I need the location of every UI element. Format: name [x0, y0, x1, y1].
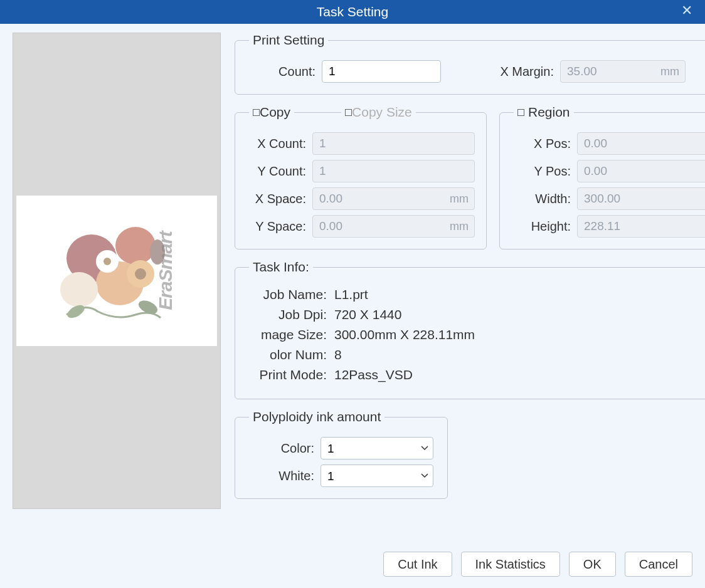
jobdpi-value: 720 X 1440: [334, 307, 401, 322]
count-label: Count:: [246, 65, 315, 79]
colornum-value: 8: [334, 347, 342, 362]
jobdpi-label: Job Dpi:: [246, 307, 327, 322]
ink-amount-legend: Polyploidy ink amount: [249, 409, 384, 424]
ok-button[interactable]: OK: [569, 552, 616, 577]
width-input: [577, 187, 705, 210]
titlebar: Task Setting ✕: [0, 0, 705, 24]
ink-white-select[interactable]: 1: [321, 465, 433, 487]
xmargin-label: X Margin:: [479, 65, 554, 79]
cut-ink-button[interactable]: Cut Ink: [383, 552, 452, 577]
region-legend: Region: [514, 105, 574, 120]
xspace-label: X Space:: [246, 192, 306, 206]
xcount-label: X Count:: [246, 137, 306, 151]
imagesize-label: mage Size:: [246, 327, 327, 342]
print-setting-legend: Print Setting: [249, 33, 328, 48]
cancel-button[interactable]: Cancel: [625, 552, 692, 577]
task-info-group: Task Info: Job Name: L1.prt Job Dpi: 720…: [235, 260, 705, 399]
yspace-unit: mm: [450, 220, 469, 233]
svg-point-1: [115, 227, 156, 265]
printmode-value: 12Pass_VSD: [334, 367, 413, 382]
ink-color-label: Color:: [246, 441, 314, 456]
xpos-label: X Pos:: [511, 137, 571, 151]
copy-legend: Copy Copy Size: [249, 105, 416, 120]
ink-statistics-button[interactable]: Ink Statistics: [461, 552, 560, 577]
ycount-label: Y Count:: [246, 164, 306, 179]
xcount-input: [312, 132, 475, 155]
colornum-label: olor Num:: [246, 347, 327, 362]
height-label: Height:: [511, 219, 571, 234]
ypos-label: Y Pos:: [511, 164, 571, 179]
ink-amount-group: Polyploidy ink amount Color: 1 White: 1: [235, 409, 448, 499]
svg-point-7: [135, 268, 146, 280]
region-checkbox[interactable]: [517, 109, 524, 116]
settings-panel: Print Setting Count: X Margin: mm Copy: [235, 33, 705, 532]
svg-point-3: [60, 272, 98, 307]
print-setting-group: Print Setting Count: X Margin: mm: [235, 33, 705, 95]
xmargin-unit: mm: [660, 65, 679, 78]
task-info-legend: Task Info:: [249, 260, 313, 275]
region-group: Region X Pos: mm Y Pos: mm: [499, 105, 705, 249]
preview-panel: EraSmart: [13, 33, 221, 509]
width-label: Width:: [511, 192, 571, 206]
copy-group: Copy Copy Size X Count: Y Count:: [235, 105, 487, 249]
copy-checkbox[interactable]: [253, 109, 260, 116]
svg-point-5: [103, 258, 111, 265]
ycount-input: [312, 160, 475, 182]
footer-buttons: Cut Ink Ink Statistics OK Cancel: [383, 552, 692, 577]
printmode-label: Print Mode:: [246, 367, 327, 382]
preview-image: EraSmart: [16, 196, 217, 346]
window-title: Task Setting: [317, 4, 388, 19]
height-input: [577, 215, 705, 238]
count-input[interactable]: [322, 60, 441, 83]
imagesize-value: 300.00mm X 228.11mm: [334, 327, 475, 342]
ypos-input: [577, 160, 705, 182]
close-icon[interactable]: ✕: [681, 3, 692, 19]
jobname-value: L1.prt: [334, 287, 368, 302]
xspace-unit: mm: [450, 192, 469, 206]
watermark-text: EraSmart: [154, 231, 176, 310]
content-area: EraSmart Print Setting Count: X Margin: …: [0, 24, 705, 532]
ink-white-label: White:: [246, 469, 314, 483]
copy-size-checkbox[interactable]: [345, 109, 352, 116]
ink-color-select[interactable]: 1: [321, 437, 433, 459]
xpos-input: [577, 132, 705, 155]
jobname-label: Job Name:: [246, 287, 327, 302]
yspace-label: Y Space:: [246, 219, 306, 234]
